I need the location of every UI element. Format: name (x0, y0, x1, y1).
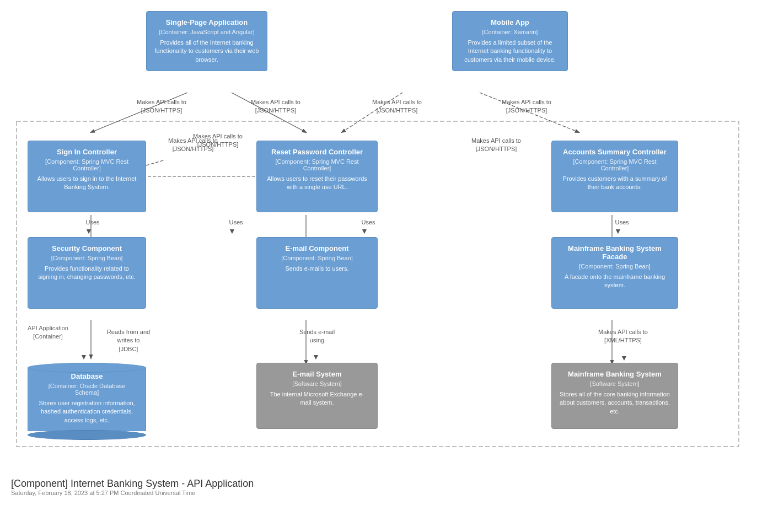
mainframe-desc: Stores all of the core banking informati… (560, 390, 670, 416)
api-calls-label-4: Makes API calls to [JSON/HTTPS] (491, 98, 562, 115)
single-page-app-node: Single-Page Application [Container: Java… (146, 11, 267, 71)
makes-api-calls-accounts: Makes API calls to[JSON/HTTPS] (452, 137, 540, 154)
uses-label-2: Uses (219, 218, 253, 227)
signin-desc: Allows users to sign in to the Internet … (36, 175, 138, 192)
sends-email-arrow: ▼ (312, 352, 320, 363)
mainframe-type: [Software System] (560, 380, 670, 387)
uses-arrow-4: ▼ (614, 226, 622, 237)
api-app-label: API Application [Container] (18, 324, 78, 341)
reset-type: [Component: Spring MVC Rest Controller] (265, 158, 369, 171)
db-body: Database [Container: Oracle Database Sch… (28, 368, 146, 431)
mainframe-facade-node: Mainframe Banking System Facade [Compone… (551, 237, 678, 309)
spa-desc: Provides all of the Internet banking fun… (154, 39, 259, 64)
reset-password-controller-node: Reset Password Controller [Component: Sp… (256, 141, 378, 212)
mobile-app-node: Mobile App [Container: Xamarin] Provides… (452, 11, 568, 71)
email-sys-title: E-mail System (265, 370, 369, 378)
uses-arrow-2: ▼ (228, 226, 236, 237)
accounts-type: [Component: Spring MVC Rest Controller] (560, 158, 670, 171)
mainframe-banking-node: Mainframe Banking System [Software Syste… (551, 363, 678, 429)
footer: [Component] Internet Banking System - AP… (11, 478, 254, 496)
diagram-container: Single-Page Application [Container: Java… (0, 0, 757, 502)
sends-email-label: Sends e-mailusing (287, 328, 347, 345)
security-type: [Component: Spring Bean] (36, 255, 138, 261)
database-node: Database [Container: Oracle Database Sch… (28, 363, 146, 440)
footer-subtitle: Saturday, February 18, 2023 at 5:27 PM C… (11, 490, 254, 496)
mobile-title: Mobile App (460, 18, 560, 26)
uses-label-1: Uses (76, 218, 109, 227)
mainframe-title: Mainframe Banking System (560, 370, 670, 378)
security-desc: Provides functionality related to signin… (36, 265, 138, 282)
db-bottom (28, 430, 146, 440)
reset-desc: Allows users to reset their passwords wi… (265, 175, 369, 192)
signin-type: [Component: Spring MVC Rest Controller] (36, 158, 138, 171)
reads-writes-arrow: ▼ (80, 352, 88, 363)
reset-title: Reset Password Controller (265, 148, 369, 156)
api-calls-label-3: Makes API calls to [JSON/HTTPS] (361, 98, 433, 115)
accounts-summary-node: Accounts Summary Controller [Component: … (551, 141, 678, 212)
db-title: Database (36, 372, 138, 380)
uses-label-3: Uses (352, 218, 385, 227)
email-sys-desc: The internal Microsoft Exchange e-mail s… (265, 390, 369, 407)
email-sys-type: [Software System] (265, 380, 369, 387)
email-comp-title: E-mail Component (265, 244, 369, 252)
db-top (28, 363, 146, 373)
security-component-node: Security Component [Component: Spring Be… (28, 237, 146, 309)
security-title: Security Component (36, 244, 138, 252)
email-comp-type: [Component: Spring Bean] (265, 255, 369, 261)
facade-type: [Component: Spring Bean] (560, 263, 670, 270)
api-calls-label-2: Makes API calls to [JSON/HTTPS] (240, 98, 312, 115)
mobile-type: [Container: Xamarin] (460, 29, 560, 35)
makes-api-calls-between: Makes API calls to[JSON/HTTPS] (149, 137, 237, 154)
reads-writes-label: Reads from andwrites to[JDBC] (93, 328, 164, 353)
api-calls-label-1: Makes API calls to [JSON/HTTPS] (126, 98, 197, 115)
accounts-title: Accounts Summary Controller (560, 148, 670, 156)
db-type: [Container: Oracle Database Schema] (36, 383, 138, 396)
email-component-node: E-mail Component [Component: Spring Bean… (256, 237, 378, 309)
accounts-desc: Provides customers with a summary of the… (560, 175, 670, 192)
signin-title: Sign In Controller (36, 148, 138, 156)
spa-type: [Container: JavaScript and Angular] (154, 29, 259, 35)
facade-title: Mainframe Banking System Facade (560, 244, 670, 261)
email-system-node: E-mail System [Software System] The inte… (256, 363, 378, 429)
sign-in-controller-node: Sign In Controller [Component: Spring MV… (28, 141, 146, 212)
makes-api-xml-label: Makes API calls to[XML/HTTPS] (584, 328, 662, 345)
makes-api-xml-arrow: ▼ (620, 353, 628, 364)
spa-title: Single-Page Application (154, 18, 259, 26)
db-desc: Stores user registration information, ha… (36, 399, 138, 424)
uses-label-4: Uses (605, 218, 638, 227)
facade-desc: A facade onto the mainframe banking syst… (560, 273, 670, 290)
footer-title: [Component] Internet Banking System - AP… (11, 478, 254, 490)
email-comp-desc: Sends e-mails to users. (265, 265, 369, 273)
uses-arrow-1: ▼ (85, 226, 93, 237)
mobile-desc: Provides a limited subset of the Interne… (460, 39, 560, 64)
uses-arrow-3: ▼ (361, 226, 368, 237)
